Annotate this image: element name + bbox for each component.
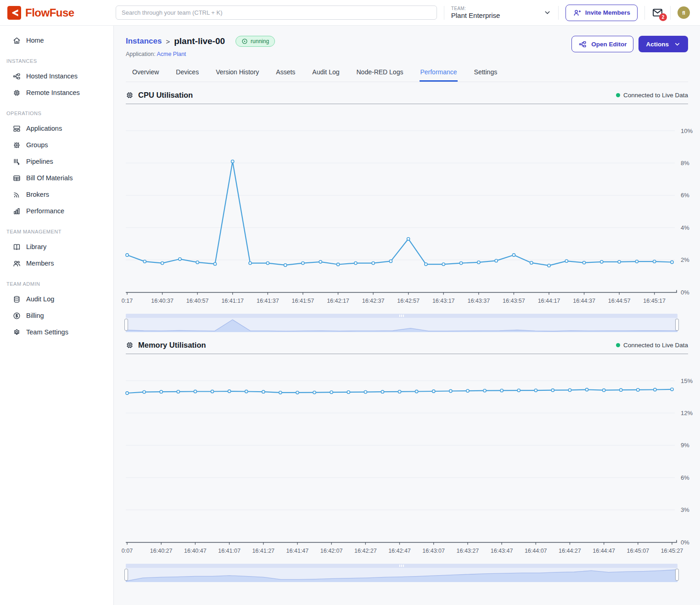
- tab-bar: Overview Devices Version History Assets …: [126, 64, 688, 82]
- actions-button[interactable]: Actions: [638, 36, 688, 52]
- sidebar-item-label: Members: [26, 260, 54, 267]
- brush-grip-icon: [401, 565, 402, 567]
- memory-chart-range-brush[interactable]: [126, 564, 678, 582]
- team-selector[interactable]: TEAM: Plant Enterprise: [451, 6, 551, 19]
- memory-chip-icon: [126, 341, 134, 349]
- brush-drag-bar[interactable]: [126, 314, 678, 318]
- sidebar-item-brokers[interactable]: Brokers: [0, 186, 113, 203]
- tab-node-red-logs[interactable]: Node-RED Logs: [356, 64, 404, 82]
- sidebar-item-label: Brokers: [26, 191, 49, 198]
- sidebar-item-audit-log[interactable]: Audit Log: [0, 291, 113, 307]
- brush-right-handle[interactable]: [675, 569, 679, 581]
- sidebar-item-home[interactable]: Home: [0, 32, 113, 49]
- svg-text:16:40:47: 16:40:47: [184, 548, 207, 554]
- user-plus-icon: [573, 9, 581, 17]
- sidebar-item-hosted-instances[interactable]: Hosted Instances: [0, 68, 113, 84]
- svg-text:16:41:27: 16:41:27: [252, 548, 274, 554]
- svg-text:16:42:57: 16:42:57: [397, 298, 420, 304]
- sidebar-item-label: Performance: [26, 207, 64, 215]
- sidebar-item-performance[interactable]: Performance: [0, 203, 113, 219]
- main-content: Instances > plant-live-00 running Applic…: [114, 26, 700, 605]
- invite-members-button[interactable]: Invite Members: [566, 5, 638, 21]
- tab-settings[interactable]: Settings: [474, 64, 498, 82]
- sidebar-item-label: Applications: [26, 125, 62, 132]
- breadcrumb-instances-link[interactable]: Instances: [126, 37, 162, 46]
- sidebar: Home INSTANCES Hosted Instances Remote I…: [0, 26, 114, 605]
- sidebar-item-members[interactable]: Members: [0, 255, 113, 272]
- brush-left-handle[interactable]: [124, 569, 128, 581]
- play-circle-icon: [241, 38, 248, 44]
- hosted-instances-icon: [12, 72, 21, 81]
- divider: [670, 6, 671, 20]
- svg-text:16:43:17: 16:43:17: [432, 298, 455, 304]
- flowfuse-logo[interactable]: FlowFuse: [7, 6, 116, 20]
- chevron-down-icon: [674, 41, 681, 48]
- svg-text:16:43:07: 16:43:07: [422, 548, 445, 554]
- sidebar-item-label: Billing: [26, 312, 44, 319]
- notification-count-badge: 2: [659, 13, 667, 21]
- svg-text:0%: 0%: [681, 289, 689, 296]
- svg-text:16:40:37: 16:40:37: [151, 298, 174, 304]
- sidebar-item-label: Library: [26, 243, 46, 250]
- tab-audit-log[interactable]: Audit Log: [312, 64, 340, 82]
- bill-of-materials-icon: [12, 174, 21, 183]
- search-input[interactable]: [116, 6, 437, 20]
- cpu-chart-range-brush[interactable]: [126, 314, 678, 332]
- page-header: Instances > plant-live-00 running Applic…: [126, 36, 688, 57]
- sidebar-item-pipelines[interactable]: Pipelines: [0, 153, 113, 170]
- sidebar-item-library[interactable]: Library: [0, 239, 113, 255]
- tab-version-history[interactable]: Version History: [215, 64, 259, 82]
- live-status-label: Connected to Live Data: [623, 92, 688, 99]
- svg-text:6%: 6%: [681, 192, 689, 199]
- notifications-button[interactable]: 2: [652, 7, 663, 18]
- brand-name: FlowFuse: [25, 6, 74, 19]
- brush-left-handle[interactable]: [124, 319, 128, 331]
- database-icon: [12, 295, 21, 304]
- brush-right-handle[interactable]: [675, 319, 679, 331]
- members-icon: [12, 259, 21, 268]
- topbar-right: TEAM: Plant Enterprise Invite Members 2 …: [444, 5, 690, 21]
- live-status-dot: [616, 93, 620, 97]
- svg-text:8%: 8%: [681, 160, 689, 167]
- editor-flow-icon: [578, 40, 587, 49]
- status-badge: running: [235, 36, 275, 47]
- sidebar-item-applications[interactable]: Applications: [0, 120, 113, 137]
- application-link[interactable]: Acme Plant: [157, 51, 186, 57]
- memory-utilisation-chart: 15%12%9%6%3%0%0:0716:40:2716:40:4716:41:…: [126, 354, 688, 561]
- sidebar-item-bill-of-materials[interactable]: Bill Of Materials: [0, 170, 113, 186]
- library-icon: [12, 243, 21, 251]
- svg-text:6%: 6%: [681, 474, 689, 481]
- divider: [444, 6, 444, 20]
- avatar[interactable]: fl: [678, 6, 690, 19]
- sidebar-item-remote-instances[interactable]: Remote Instances: [0, 84, 113, 101]
- memory-brush-minichart: [126, 568, 678, 582]
- sidebar-item-team-settings[interactable]: Team Settings: [0, 324, 113, 340]
- tab-assets[interactable]: Assets: [275, 64, 296, 82]
- svg-text:3%: 3%: [681, 506, 689, 513]
- tab-overview[interactable]: Overview: [132, 64, 159, 82]
- cpu-utilisation-section: CPU Utilisation Connected to Live Data 1…: [126, 91, 688, 332]
- sidebar-item-label: Team Settings: [26, 328, 68, 336]
- tab-devices[interactable]: Devices: [175, 64, 199, 82]
- chip-icon: [12, 89, 21, 97]
- sidebar-item-billing[interactable]: Billing: [0, 307, 113, 324]
- svg-text:16:42:07: 16:42:07: [320, 548, 343, 554]
- open-editor-button[interactable]: Open Editor: [571, 36, 633, 52]
- svg-text:16:41:47: 16:41:47: [286, 548, 309, 554]
- tab-performance[interactable]: Performance: [420, 64, 457, 82]
- svg-text:15%: 15%: [681, 377, 693, 384]
- sidebar-section-team-admin: TEAM ADMIN: [6, 281, 113, 287]
- open-editor-label: Open Editor: [591, 41, 627, 48]
- svg-text:16:40:27: 16:40:27: [150, 548, 173, 554]
- svg-text:16:40:57: 16:40:57: [186, 298, 209, 304]
- svg-text:0:17: 0:17: [122, 298, 133, 304]
- brush-drag-bar[interactable]: [126, 564, 678, 568]
- settings-gear-icon: [12, 328, 21, 337]
- sidebar-item-label: Hosted Instances: [26, 72, 78, 80]
- performance-icon: [12, 207, 21, 216]
- sidebar-item-groups[interactable]: Groups: [0, 137, 113, 153]
- memory-live-status: Connected to Live Data: [616, 342, 688, 349]
- billing-dollar-icon: [12, 311, 21, 320]
- team-name: Plant Enterprise: [451, 11, 500, 19]
- brokers-icon: [12, 190, 21, 199]
